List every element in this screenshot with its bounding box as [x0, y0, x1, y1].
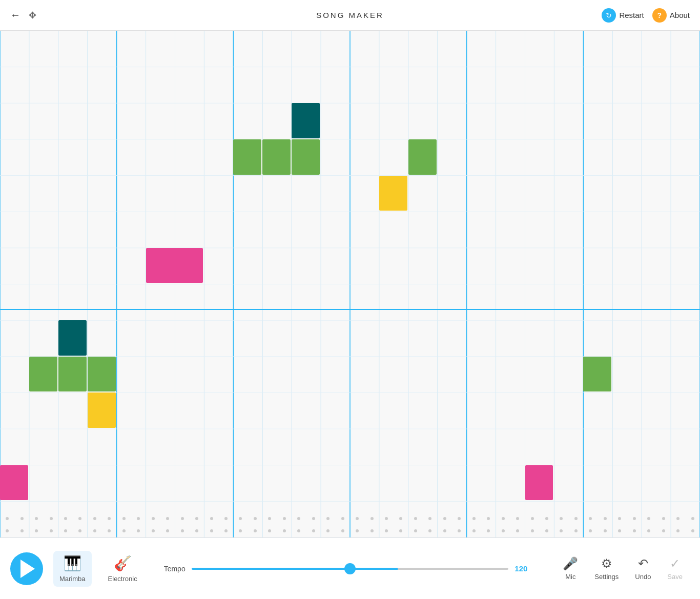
beat-dot — [210, 529, 213, 532]
restart-button[interactable]: ↻ Restart — [602, 8, 644, 23]
note[interactable] — [379, 176, 407, 211]
beat-dot — [20, 529, 24, 532]
beat-dot — [326, 529, 330, 532]
beat-dot — [414, 529, 417, 532]
beat-dot — [152, 529, 155, 532]
header-left: ← ✥ — [10, 9, 36, 21]
beat-dot — [691, 529, 694, 532]
beat-dot — [662, 517, 665, 520]
beat-dot — [618, 529, 621, 532]
beat-dot — [647, 517, 650, 520]
grid-canvas[interactable] — [0, 31, 700, 538]
mic-button[interactable]: 🎤 Mic — [555, 552, 585, 585]
note[interactable] — [146, 248, 203, 283]
beat-dot — [662, 529, 665, 532]
beat-dot — [6, 529, 9, 532]
about-button[interactable]: ? About — [652, 8, 690, 23]
header: ← ✥ SONG MAKER ↻ Restart ? About — [0, 0, 700, 31]
beat-dot — [137, 517, 140, 520]
note[interactable] — [292, 103, 320, 138]
beat-dot — [6, 517, 9, 520]
back-button[interactable]: ← — [10, 9, 20, 21]
beat-dot — [385, 517, 388, 520]
beat-dot — [224, 517, 228, 520]
beat-dot — [166, 529, 169, 532]
beat-dot — [618, 517, 621, 520]
beat-dot — [297, 517, 300, 520]
about-icon: ? — [652, 8, 667, 23]
beat-dot — [443, 517, 446, 520]
beat-dot — [93, 529, 96, 532]
footer-toolbar: 🎹 Marimba 🎸 Electronic Tempo 120 🎤 Mic ⚙… — [0, 538, 700, 599]
beat-dot — [589, 529, 592, 532]
note[interactable] — [583, 357, 611, 392]
save-button[interactable]: ✓ Save — [660, 552, 690, 585]
electronic-button[interactable]: 🎸 Electronic — [102, 551, 143, 587]
beat-dot — [414, 517, 417, 520]
dots-area — [0, 512, 700, 538]
note[interactable] — [29, 357, 57, 392]
beat-dot — [108, 529, 111, 532]
note[interactable] — [292, 139, 320, 175]
beat-dot — [224, 529, 228, 532]
beat-dot — [356, 517, 359, 520]
note[interactable] — [408, 139, 437, 175]
header-center: SONG MAKER — [316, 11, 384, 20]
beat-dot — [239, 529, 242, 532]
electronic-label: Electronic — [108, 575, 137, 583]
settings-button[interactable]: ⚙ Settings — [587, 552, 626, 585]
beat-dot — [78, 529, 81, 532]
beat-dot — [50, 517, 53, 520]
restart-label: Restart — [619, 11, 644, 19]
beat-dot — [604, 529, 607, 532]
beat-dot — [312, 517, 315, 520]
tempo-slider[interactable] — [192, 568, 509, 570]
beat-dot — [195, 517, 198, 520]
beat-dot — [531, 517, 534, 520]
marimba-button[interactable]: 🎹 Marimba — [53, 551, 92, 587]
beat-dot — [502, 517, 505, 520]
note[interactable] — [525, 465, 553, 501]
tempo-label: Tempo — [164, 565, 186, 573]
beat-dot — [64, 517, 67, 520]
note[interactable] — [58, 357, 87, 392]
grid-svg — [0, 31, 700, 538]
tempo-section: Tempo 120 — [164, 564, 536, 573]
beat-dot — [341, 517, 344, 520]
play-button[interactable] — [10, 552, 43, 585]
beat-dot — [326, 517, 330, 520]
beat-dot — [122, 529, 126, 532]
save-icon: ✓ — [670, 556, 680, 571]
undo-label: Undo — [635, 573, 651, 581]
beat-dot — [472, 517, 476, 520]
note[interactable] — [58, 320, 87, 356]
note[interactable] — [88, 393, 116, 428]
beat-dot — [137, 529, 140, 532]
about-label: About — [670, 11, 690, 19]
beat-dot — [108, 517, 111, 520]
header-right: ↻ Restart ? About — [602, 8, 690, 23]
beat-dot — [487, 529, 490, 532]
beat-dot — [239, 517, 242, 520]
beat-dot — [370, 529, 374, 532]
play-icon — [20, 560, 35, 578]
move-icon[interactable]: ✥ — [29, 10, 36, 21]
undo-button[interactable]: ↶ Undo — [628, 552, 658, 585]
beat-dot — [268, 517, 271, 520]
note[interactable] — [0, 465, 28, 501]
beat-dot — [297, 529, 300, 532]
grid-area[interactable] — [0, 31, 700, 538]
beat-dot — [341, 529, 344, 532]
restart-icon: ↻ — [602, 8, 616, 23]
beat-dot — [458, 529, 461, 532]
beat-dot — [283, 517, 286, 520]
tempo-value: 120 — [514, 564, 535, 573]
beat-dot — [531, 529, 534, 532]
note[interactable] — [88, 357, 116, 392]
beat-dot — [589, 517, 592, 520]
beat-dot — [50, 529, 53, 532]
beat-dot — [312, 529, 315, 532]
note[interactable] — [233, 139, 261, 175]
note[interactable] — [262, 139, 291, 175]
settings-label: Settings — [594, 573, 619, 581]
